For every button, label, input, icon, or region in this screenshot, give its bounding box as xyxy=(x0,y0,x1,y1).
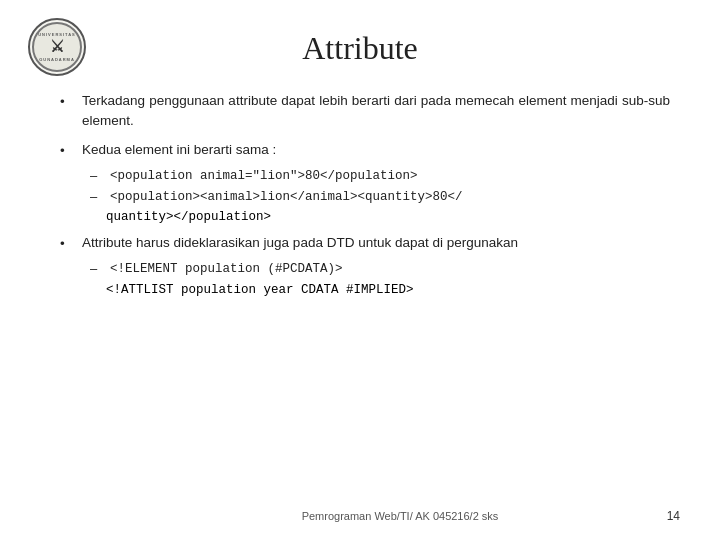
sub-item-3-1: – <!ELEMENT population (#PCDATA)> xyxy=(90,260,670,279)
footer: Pemrograman Web/TI/ AK 045216/2 sks 14 xyxy=(0,510,720,522)
slide: UNIVERSITAS ⚔ GUNADARMA Attribute • Terk… xyxy=(0,0,720,540)
bullet-1: • Terkadang penggunaan attribute dapat l… xyxy=(60,91,670,132)
bullet-text-2: Kedua element ini berarti sama : xyxy=(82,140,670,160)
bullet-icon-1: • xyxy=(60,92,78,112)
sub-item-2-2: – <population><animal>lion</animal><quan… xyxy=(90,188,670,207)
logo-shield-icon: ⚔ xyxy=(50,39,65,55)
bullet-text-1: Terkadang penggunaan attribute dapat leb… xyxy=(82,91,670,132)
page-number: 14 xyxy=(667,509,680,523)
sub-continuation-3-1: <!ATTLIST population year CDATA #IMPLIED… xyxy=(106,281,670,299)
slide-title: Attribute xyxy=(40,30,680,67)
sub-code-3-1: <!ELEMENT population (#PCDATA)> xyxy=(110,260,343,278)
logo-top-text: UNIVERSITAS xyxy=(38,32,76,37)
sub-dash-2-1: – xyxy=(90,167,106,186)
sub-dash-3-1: – xyxy=(90,260,106,279)
slide-content: • Terkadang penggunaan attribute dapat l… xyxy=(60,91,670,299)
bullet-3: • Attribute harus dideklarasikan juga pa… xyxy=(60,233,670,254)
bullet-text-3: Attribute harus dideklarasikan juga pada… xyxy=(82,233,670,253)
bullet-icon-2: • xyxy=(60,141,78,161)
sub-code-2-2: <population><animal>lion</animal><quanti… xyxy=(110,188,463,206)
logo-bottom-text: GUNADARMA xyxy=(39,57,75,62)
sub-code-2-1: <population animal="lion">80</population… xyxy=(110,167,418,185)
sub-item-2-1: – <population animal="lion">80</populati… xyxy=(90,167,670,186)
logo: UNIVERSITAS ⚔ GUNADARMA xyxy=(28,18,88,78)
bullet-icon-3: • xyxy=(60,234,78,254)
sub-dash-2-2: – xyxy=(90,188,106,207)
bullet-2: • Kedua element ini berarti sama : xyxy=(60,140,670,161)
sub-continuation-2-2: quantity></population> xyxy=(106,208,670,226)
footer-label: Pemrograman Web/TI/ AK 045216/2 sks xyxy=(80,510,720,522)
